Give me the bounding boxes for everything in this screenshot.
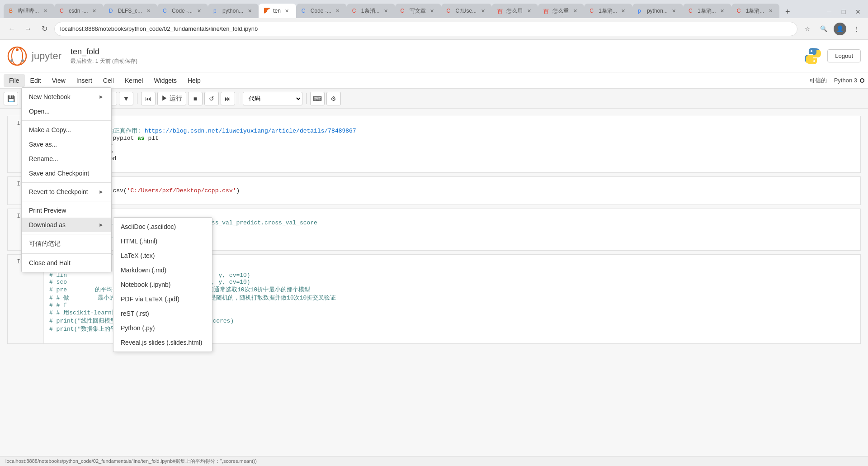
tab-close[interactable]: ✕ — [479, 7, 486, 14]
download-pdf[interactable]: PDF via LaTeX (.pdf) — [113, 292, 212, 306]
logout-button[interactable]: Logout — [827, 49, 861, 62]
save-checkpoint-item[interactable]: Save and Checkpoint — [22, 166, 111, 181]
cell-type-select[interactable]: 代码 Markdown Raw NBConvert — [243, 92, 302, 105]
trusted-notebook-label: 可信的笔记 — [29, 240, 61, 248]
tab-code1[interactable]: C Code -... ✕ — [157, 4, 208, 18]
tab-ten-fold[interactable]: ten ✕ — [259, 4, 296, 18]
address-bar[interactable]: localhost:8888/notebooks/python_code/02_… — [54, 22, 797, 36]
tab-howuse[interactable]: 百 怎么用 ✕ — [492, 4, 538, 18]
save-as-item[interactable]: Save as... — [22, 137, 111, 152]
jupyter-header-right: Logout — [804, 47, 861, 65]
back-button[interactable]: ← — [5, 23, 18, 35]
cell-content-2[interactable]: a=pd.read_csv('C:/Users/pxf/Desktop/ccpp… — [44, 177, 860, 204]
tab-close[interactable]: ✕ — [382, 7, 390, 14]
tab-code2[interactable]: C Code -... ✕ — [296, 4, 347, 18]
run-to-button[interactable]: ⏮ — [141, 92, 156, 105]
tab-close[interactable]: ✕ — [91, 7, 98, 14]
restart-kernel-button[interactable]: ↺ — [204, 92, 219, 105]
widgets-menu-item[interactable]: Widgets — [148, 74, 182, 87]
restart-run-all-button[interactable]: ⏭ — [221, 92, 235, 105]
tab-title: 怎么重 — [552, 7, 569, 15]
kernel-label: Python 3 — [834, 77, 857, 84]
menu-button[interactable]: ⋮ — [850, 23, 863, 35]
help-menu-item[interactable]: Help — [182, 74, 206, 87]
tab-title: ten — [273, 8, 281, 14]
tab-python2[interactable]: p python... ✕ — [632, 4, 683, 18]
interrupt-kernel-button[interactable]: ■ — [188, 92, 203, 105]
view-menu-item[interactable]: View — [47, 74, 71, 87]
tab-favicon — [264, 8, 270, 14]
menu-divider-5 — [22, 253, 111, 254]
command-palette-button[interactable]: ⚙ — [326, 92, 341, 105]
tab-howredo[interactable]: 百 怎么重 ✕ — [538, 4, 584, 18]
tab-c2[interactable]: C 1条消... ✕ — [584, 4, 632, 18]
minimize-button[interactable]: ─ — [823, 5, 835, 18]
save-toolbar-button[interactable]: 💾 — [4, 92, 18, 105]
make-copy-item[interactable]: Make a Copy... — [22, 123, 111, 137]
new-tab-button[interactable]: + — [781, 5, 794, 18]
tab-c4[interactable]: C 1条消... ✕ — [731, 4, 780, 18]
tab-close[interactable]: ✕ — [525, 7, 533, 14]
download-html[interactable]: HTML (.html) — [113, 234, 212, 248]
tab-title: Code -... — [311, 8, 331, 14]
tab-close[interactable]: ✕ — [620, 7, 627, 14]
browser-chrome: B 哔哩哔... ✕ C csdn -... ✕ D DLFS_c... ✕ C… — [0, 0, 868, 40]
tab-close[interactable]: ✕ — [246, 7, 253, 14]
tab-c3[interactable]: C 1条消... ✕ — [683, 4, 731, 18]
tab-close[interactable]: ✕ — [719, 7, 726, 14]
new-notebook-item[interactable]: New Notebook ► — [22, 90, 111, 104]
print-preview-item[interactable]: Print Preview — [22, 203, 111, 218]
tab-close[interactable]: ✕ — [571, 7, 579, 14]
revert-checkpoint-item[interactable]: Revert to Checkpoint ► — [22, 185, 111, 199]
close-button[interactable]: ✕ — [852, 5, 864, 18]
download-markdown[interactable]: Markdown (.md) — [113, 263, 212, 277]
tab-close[interactable]: ✕ — [429, 7, 436, 14]
open-item[interactable]: Open... — [22, 104, 111, 119]
keyboard-shortcuts-button[interactable]: ⌨ — [310, 92, 325, 105]
file-menu-item[interactable]: File — [4, 74, 25, 87]
account-button[interactable]: 👤 — [834, 23, 846, 35]
notebook-title[interactable]: ten_fold — [71, 47, 137, 57]
tab-close[interactable]: ✕ — [334, 7, 341, 14]
star-button[interactable]: ☆ — [801, 23, 814, 35]
edit-menu-item[interactable]: Edit — [25, 74, 47, 87]
download-revealjs[interactable]: Reveal.js slides (.slides.html) — [113, 335, 212, 350]
maximize-button[interactable]: □ — [837, 5, 850, 18]
trusted-notebook-item[interactable]: 可信的笔记 — [22, 236, 111, 252]
download-as-label: Download as — [29, 221, 66, 228]
cell-content-1[interactable]: # 交叉验证的正真作用: https://blog.csdn.net/liuwe… — [44, 116, 860, 172]
close-halt-item[interactable]: Close and Halt — [22, 256, 111, 270]
tab-dlfs[interactable]: D DLFS_c... ✕ — [104, 4, 157, 18]
tab-bilibili[interactable]: B 哔哩哔... ✕ — [4, 4, 54, 18]
refresh-button[interactable]: ↻ — [38, 23, 51, 35]
tab-close[interactable]: ✕ — [195, 7, 203, 14]
tab-c1[interactable]: C 1条消... ✕ — [347, 4, 395, 18]
download-python[interactable]: Python (.py) — [113, 321, 212, 335]
tab-cuser[interactable]: C C:\Use... ✕ — [441, 4, 492, 18]
move-cell-down-button[interactable]: ▼ — [119, 92, 133, 105]
rename-item[interactable]: Rename... — [22, 152, 111, 166]
tab-close[interactable]: ✕ — [42, 7, 49, 14]
cell-input-2: In [ ]: a=pd.read_csv('C:/Users/pxf/Desk… — [8, 177, 860, 204]
insert-menu-item[interactable]: Insert — [71, 74, 98, 87]
kernel-menu-item[interactable]: Kernel — [119, 74, 148, 87]
download-notebook[interactable]: Notebook (.ipynb) — [113, 277, 212, 292]
tab-python[interactable]: p python... ✕ — [208, 4, 259, 18]
forward-button[interactable]: → — [22, 23, 34, 35]
tab-write[interactable]: C 写文章 ✕ — [395, 4, 441, 18]
cell-menu-item[interactable]: Cell — [98, 74, 119, 87]
tab-close[interactable]: ✕ — [283, 7, 291, 14]
tab-title: 哔哩哔... — [18, 7, 39, 15]
revert-checkpoint-arrow: ► — [99, 189, 104, 195]
download-rst[interactable]: reST (.rst) — [113, 306, 212, 321]
download-asciidoc[interactable]: AsciiDoc (.asciidoc) — [113, 219, 212, 234]
tab-close[interactable]: ✕ — [670, 7, 678, 14]
tab-csdn[interactable]: C csdn -... ✕ — [54, 4, 104, 18]
run-cell-button[interactable]: ▶ 运行 — [157, 92, 186, 105]
tab-close[interactable]: ✕ — [145, 7, 152, 14]
download-latex[interactable]: LaTeX (.tex) — [113, 248, 212, 263]
tab-close[interactable]: ✕ — [767, 7, 774, 14]
download-as-item[interactable]: Download as ► — [22, 218, 111, 232]
tab-bar: B 哔哩哔... ✕ C csdn -... ✕ D DLFS_c... ✕ C… — [0, 0, 868, 18]
search-button[interactable]: 🔍 — [817, 23, 830, 35]
